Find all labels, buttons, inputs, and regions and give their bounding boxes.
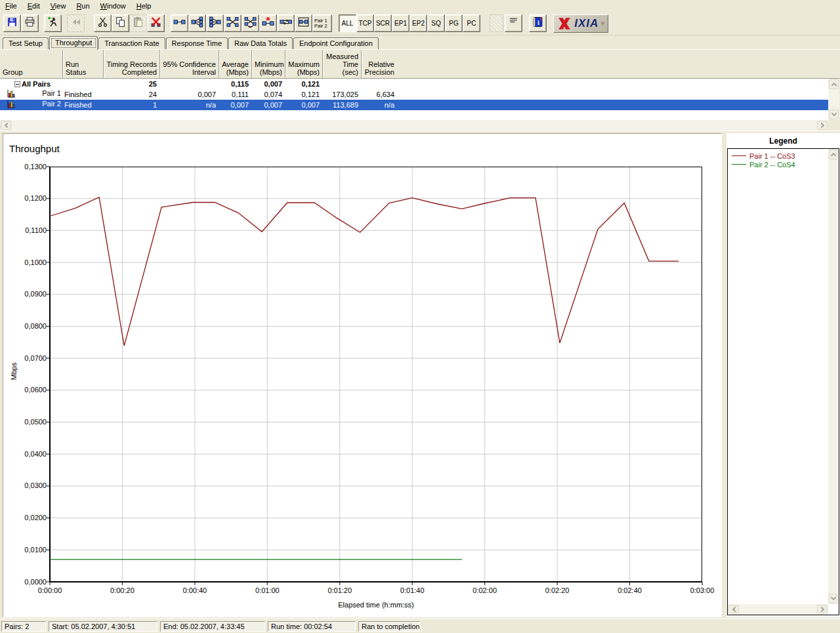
- x-tick-label: 0:01:20: [317, 586, 363, 594]
- x-tick-label: 0:02:20: [534, 586, 580, 594]
- x-tick-label: 0:01:00: [244, 586, 290, 594]
- scroll-up-button[interactable]: [829, 79, 839, 89]
- run-test-button[interactable]: [44, 14, 62, 32]
- menu-file[interactable]: File: [0, 1, 22, 11]
- menu-window[interactable]: Window: [95, 1, 131, 11]
- avg-cell: 0,007: [219, 101, 251, 109]
- status-field-2: End: 05.02.2007, 4:33:45: [160, 621, 265, 632]
- results-table-body: All Pairs250,1150,0070,121Pair 1Finished…: [0, 79, 828, 120]
- column-header-1[interactable]: Run Status: [62, 50, 103, 78]
- add-pair-button[interactable]: [171, 14, 188, 32]
- legend-vertical-scrollbar[interactable]: [828, 149, 839, 604]
- cut-button[interactable]: [94, 14, 112, 32]
- avg-cell: 0,111: [219, 91, 251, 98]
- running-man-icon: [47, 16, 58, 30]
- add-many-to-one-button[interactable]: [206, 14, 224, 32]
- tab-response-time[interactable]: Response Time: [166, 37, 228, 49]
- precision-cell: 6,634: [361, 91, 397, 98]
- status-field-3: Run time: 00:02:54: [268, 621, 356, 632]
- filter-ep1-button[interactable]: EP1: [392, 14, 410, 32]
- column-header-6[interactable]: Maximum(Mbps): [285, 50, 322, 78]
- chart-legend-splitter[interactable]: [722, 133, 726, 617]
- filter-pg-button[interactable]: PG: [445, 14, 463, 32]
- table-row-pair-1[interactable]: Pair 1Finished240,0070,1110,0740,121173,…: [0, 89, 828, 100]
- menu-help[interactable]: Help: [131, 1, 157, 11]
- tab-raw-data-totals[interactable]: Raw Data Totals: [228, 37, 293, 49]
- x-axis-label: Elapsed time (h:mm:ss): [304, 601, 448, 609]
- scroll-right-button[interactable]: [817, 605, 828, 613]
- tab-endpoint-configuration[interactable]: Endpoint Configuration: [293, 37, 379, 49]
- filter-all-button[interactable]: ALL: [339, 14, 356, 32]
- filter-sq-button[interactable]: SQ: [427, 14, 445, 32]
- table-row-all-pairs[interactable]: All Pairs250,1150,0070,121: [0, 79, 828, 89]
- scroll-up-button[interactable]: [829, 150, 837, 159]
- scroll-left-button[interactable]: [1, 121, 11, 130]
- column-header-0[interactable]: Group: [0, 50, 62, 78]
- pair-list-button[interactable]: Pair 1Pair 2: [312, 14, 332, 32]
- column-header-3[interactable]: 95% ConfidenceInterval: [159, 50, 219, 78]
- menu-bar: FileEditViewRunWindowHelp: [0, 0, 840, 12]
- group-label: Pair 2: [42, 100, 62, 108]
- filter-label: EP1: [394, 20, 407, 27]
- legend-entry-label: Pair 1 -- CoS3: [749, 152, 795, 160]
- pair-list-line-2: Pair 2: [314, 23, 327, 29]
- column-header-2[interactable]: Timing RecordsCompleted: [103, 50, 159, 78]
- precision-cell: n/a: [361, 101, 397, 109]
- chevron-down-icon: [830, 595, 835, 600]
- y-tick-label: 0,0900: [6, 290, 47, 298]
- tab-test-setup[interactable]: Test Setup: [3, 37, 49, 49]
- tab-transaction-rate[interactable]: Transaction Rate: [98, 37, 165, 49]
- menu-edit[interactable]: Edit: [22, 1, 45, 11]
- menu-run[interactable]: Run: [71, 1, 94, 11]
- collapse-toggle-icon[interactable]: [14, 81, 20, 87]
- add-pair-group-button[interactable]: [277, 14, 295, 32]
- filter-tcp-button[interactable]: TCP: [356, 14, 374, 32]
- help-button[interactable]: i: [529, 14, 547, 32]
- add-voip-pair-button[interactable]: [242, 14, 259, 32]
- menu-view[interactable]: View: [45, 1, 72, 11]
- floppy-icon: [7, 16, 18, 30]
- add-one-to-many-button[interactable]: [188, 14, 206, 32]
- tab-throughput[interactable]: Throughput: [49, 36, 98, 50]
- copy-button[interactable]: [112, 14, 129, 32]
- add-multicast-pair-button[interactable]: [224, 14, 242, 32]
- legend-line-sample: [732, 155, 746, 156]
- delete-pair-button[interactable]: [147, 14, 165, 32]
- legend-listbox[interactable]: Pair 1 -- CoS3Pair 2 -- CoS4: [727, 148, 839, 615]
- table-row-pair-2[interactable]: Pair 2Finished1n/a0,0070,0070,007113,689…: [0, 100, 828, 110]
- report-lines-button[interactable]: [505, 14, 522, 32]
- filter-scr-button[interactable]: SCR: [374, 14, 392, 32]
- y-tick-label: 0,0400: [6, 450, 47, 458]
- table-vertical-scrollbar[interactable]: [828, 79, 839, 120]
- legend-horizontal-scrollbar[interactable]: [728, 604, 828, 615]
- x-tick-label: 0:01:40: [389, 586, 435, 594]
- print-button[interactable]: [21, 14, 39, 32]
- save-button[interactable]: [3, 14, 21, 32]
- run_status-cell: Finished: [62, 101, 103, 109]
- confidence-cell: 0,007: [159, 91, 219, 98]
- scroll-left-button[interactable]: [728, 605, 739, 613]
- dotted-button: [490, 14, 503, 32]
- filter-pc-button[interactable]: PC: [463, 14, 480, 32]
- chart-plot-area: [50, 167, 702, 582]
- y-tick-label: 0,0300: [6, 481, 47, 489]
- svg-text:i: i: [537, 19, 539, 26]
- paste-button: [129, 14, 147, 32]
- add-hotspot-pair-button[interactable]: [259, 14, 277, 32]
- column-header-4[interactable]: Average(Mbps): [219, 50, 251, 78]
- column-header-8[interactable]: RelativePrecision: [361, 50, 397, 78]
- filter-ep2-button[interactable]: EP2: [410, 14, 427, 32]
- legend-entry-label: Pair 2 -- CoS4: [749, 161, 795, 169]
- column-header-7[interactable]: MeasuredTime (sec): [322, 50, 361, 78]
- add-traffic-profile-button[interactable]: [295, 14, 312, 32]
- scroll-down-button[interactable]: [829, 594, 837, 603]
- scroll-down-button[interactable]: [829, 110, 839, 119]
- max-cell: 0,121: [285, 91, 322, 98]
- column-header-5[interactable]: Minimum(Mbps): [251, 50, 285, 78]
- scroll-right-button[interactable]: [817, 121, 828, 130]
- red-x-pair-icon: [150, 16, 161, 30]
- table-horizontal-scrollbar[interactable]: [0, 120, 828, 131]
- avg-cell: 0,115: [219, 80, 251, 88]
- confidence-cell: n/a: [159, 101, 219, 109]
- y-tick-label: 0,0200: [6, 514, 47, 521]
